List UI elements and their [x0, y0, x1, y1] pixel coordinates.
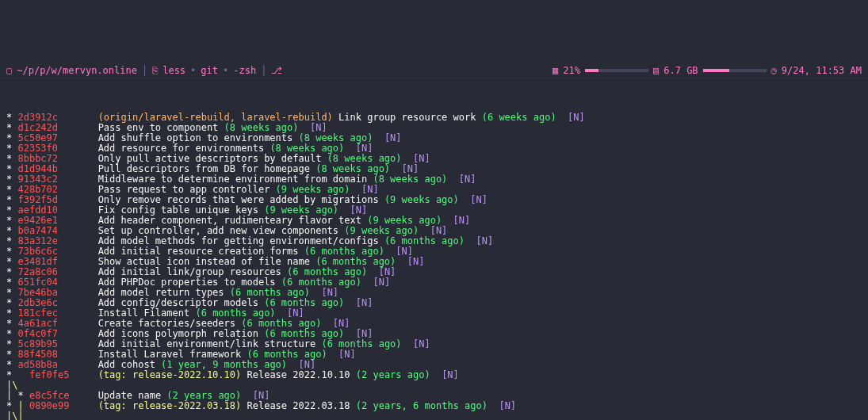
graph-node-icon: * [6, 338, 12, 349]
commit-age: (8 weeks ago) [373, 174, 447, 185]
commit-message: Add cohost [98, 359, 155, 370]
commit-age: (8 weeks ago) [270, 143, 344, 154]
commit-flag: [N] [373, 277, 390, 288]
graph-node-icon: * [6, 194, 12, 205]
commit-message: Create factories/seeders [98, 318, 235, 329]
commit-message: Add config/descriptor models [98, 297, 258, 308]
graph-node-icon: * [6, 174, 12, 185]
commit-hash: 0f4c0f7 [17, 328, 58, 339]
ref-decoration: (tag: release-2022.10.10) [98, 369, 242, 380]
graph-line-icon: | [17, 410, 23, 420]
commit-message: Update name [98, 390, 161, 401]
commit-age: (6 months ago) [304, 246, 384, 257]
commit-flag: [N] [442, 369, 459, 380]
commit-flag: [N] [361, 184, 379, 195]
graph-node-icon: * [6, 215, 12, 226]
commit-flag: [N] [287, 307, 304, 319]
commit-age: (6 months ago) [281, 277, 361, 288]
graph-node-icon: * [6, 163, 12, 174]
commit-message: Pass env to component [98, 122, 219, 133]
commit-flag: [N] [356, 143, 373, 154]
graph-node-icon: * [6, 235, 12, 246]
commit-flag: [N] [459, 174, 476, 185]
graph-node-icon: * [6, 246, 12, 257]
commit-message: Add initial resource creation forms [98, 246, 299, 257]
commit-flag: [N] [568, 112, 585, 123]
clock: 9/24, 11:53 AM [782, 66, 862, 76]
ram-icon: ▤ [653, 66, 659, 76]
commit-message: Install Filament [98, 307, 190, 319]
commit-hash: 181cfec [17, 307, 58, 319]
graph-node-icon: * [6, 132, 12, 143]
commit-flag: [N] [453, 215, 471, 226]
commit-hash: 8bbbc72 [17, 153, 58, 164]
graph-node-icon: * [6, 122, 12, 133]
graph-node-icon: * [6, 256, 12, 267]
git-log-output[interactable]: * 2d3912c (origin/laravel-rebuild, larav… [0, 109, 868, 420]
vcs: git [201, 66, 218, 76]
commit-message: Pull descriptors from DB for homepage [98, 163, 310, 174]
commit-message: Link group resource work [338, 112, 476, 123]
commit-flag: [N] [407, 256, 425, 267]
graph-node-icon: * [17, 390, 23, 401]
graph-node-icon: * [6, 143, 12, 154]
graph-node-icon: * [6, 328, 12, 339]
commit-flag: [N] [253, 390, 270, 401]
commit-flag: [N] [470, 194, 488, 205]
commit-row: * fef0fe5 (tag: release-2022.10.10) Rele… [6, 370, 862, 380]
graph-line-icon: | [17, 400, 23, 411]
commit-age: (6 months ago) [195, 307, 275, 319]
commit-message: Middleware to determine environment from… [98, 174, 368, 185]
commit-flag: [N] [299, 359, 316, 370]
commit-message: Only pull active descriptors by default [98, 153, 322, 164]
commit-hash: 62353f0 [17, 143, 58, 154]
graph-node-icon: * [6, 153, 12, 164]
commit-flag: [N] [430, 225, 448, 236]
commit-flag: [N] [413, 338, 430, 349]
commit-hash: f392f5d [17, 194, 58, 205]
ref-decoration: (tag: release-2022.03.18) [98, 400, 242, 411]
shell: -zsh [233, 66, 256, 76]
commit-message: Add icons polymorph relation [98, 328, 258, 339]
graph-line-icon: | [6, 390, 12, 401]
commit-message: Add shuffle option to environments [98, 132, 293, 143]
commit-age: (9 weeks ago) [367, 215, 442, 226]
commit-hash: e9426e1 [17, 215, 58, 226]
commit-flag: [N] [350, 204, 368, 216]
commit-message: Pass request to app controller [98, 184, 270, 195]
commit-flag: [N] [384, 132, 402, 143]
status-right: ▦ 21% ▤ 6.7 GB ◷ 9/24, 11:53 AM [553, 66, 862, 76]
commit-message: Install Laravel framework [98, 349, 242, 360]
commit-age: (6 months ago) [287, 266, 367, 277]
graph-node-icon: * [6, 225, 12, 236]
commit-age: (2 years ago) [356, 369, 430, 380]
commit-message: Fix config table unique keys [98, 204, 258, 216]
cwd: ~/p/p/w/mervyn.online [17, 66, 137, 76]
commit-age: (6 months ago) [315, 256, 396, 267]
commit-hash: 5c89b95 [17, 338, 58, 349]
commit-message: Add model return types [98, 287, 224, 298]
commit-hash: 7be46ba [17, 287, 58, 298]
commit-hash: 72a8c06 [17, 266, 58, 277]
commit-age: (2 years, 6 months ago) [356, 400, 488, 411]
commit-hash: e8c5fce [29, 390, 70, 401]
graph-node-icon: * [6, 297, 12, 308]
commit-flag: [N] [356, 297, 373, 308]
commit-flag: [N] [476, 235, 493, 246]
graph-node-icon: * [6, 266, 12, 277]
dot-icon: • [190, 66, 196, 76]
graph-node-icon: * [6, 318, 12, 329]
commit-message: Add initial link/group resources [98, 266, 281, 277]
commit-message: Release 2022.10.10 [247, 369, 350, 380]
commit-hash: 73b6c6c [17, 246, 58, 257]
commit-hash: 5c50e97 [17, 132, 58, 143]
commit-age: (9 weeks ago) [344, 225, 419, 236]
branch-icon: ⎇ [271, 66, 282, 76]
commit-age: (8 weeks ago) [224, 122, 299, 133]
commit-hash: 428b702 [17, 184, 58, 195]
commit-age: (6 months ago) [241, 318, 321, 329]
commit-row: * | 0890e99 (tag: release-2022.03.18) Re… [6, 401, 862, 411]
ram-bar [703, 69, 767, 72]
commit-age: (6 months ago) [230, 287, 310, 298]
commit-age: (9 weeks ago) [264, 204, 338, 216]
